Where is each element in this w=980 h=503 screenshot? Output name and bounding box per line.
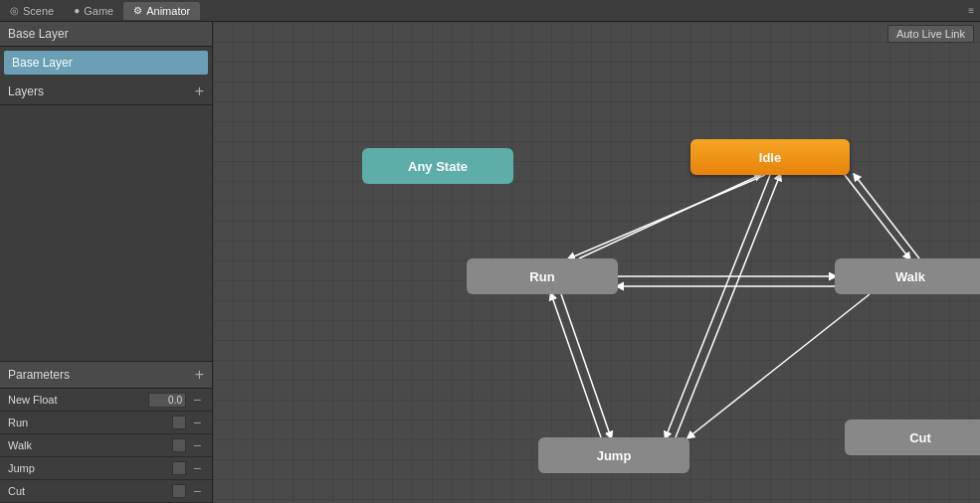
base-layer-label: Base Layer — [12, 56, 73, 70]
param-name-run: Run — [8, 417, 168, 428]
param-checkbox-run[interactable] — [172, 416, 186, 429]
parameters-header: Parameters + — [0, 362, 212, 389]
param-value-new-float[interactable] — [148, 393, 186, 408]
parameters-label: Parameters — [8, 368, 70, 382]
state-walk[interactable]: Walk — [835, 258, 980, 294]
state-jump[interactable]: Jump — [538, 437, 689, 473]
param-remove-jump[interactable]: − — [190, 460, 204, 476]
state-jump-label: Jump — [597, 448, 632, 463]
state-run[interactable]: Run — [467, 258, 618, 294]
param-name-cut: Cut — [8, 485, 168, 497]
param-remove-run[interactable]: − — [190, 415, 204, 430]
state-walk-label: Walk — [895, 269, 925, 284]
state-run-label: Run — [529, 269, 554, 284]
param-checkbox-cut[interactable] — [172, 484, 186, 498]
state-any-state[interactable]: Any State — [362, 148, 513, 184]
param-row-jump: Jump − — [0, 457, 212, 480]
param-name-new-float: New Float — [8, 394, 144, 406]
state-cut-label: Cut — [909, 430, 931, 445]
param-row-new-float: New Float − — [0, 389, 212, 412]
param-remove-new-float[interactable]: − — [190, 392, 204, 408]
left-panel: Base Layer Base Layer Layers + Parameter… — [0, 22, 213, 503]
game-icon: ● — [74, 5, 80, 16]
tab-game-label: Game — [84, 5, 113, 17]
tab-animator[interactable]: ⚙ Animator — [123, 2, 200, 20]
state-idle[interactable]: Idle — [690, 139, 850, 175]
base-layer-item[interactable]: Base Layer — [4, 51, 208, 75]
param-checkbox-walk[interactable] — [172, 438, 186, 452]
param-row-run: Run − — [0, 412, 212, 434]
main-layout: Base Layer Base Layer Layers + Parameter… — [0, 22, 980, 503]
param-remove-walk[interactable]: − — [190, 437, 204, 453]
scene-icon: ◎ — [10, 5, 19, 16]
auto-live-link-button[interactable]: Auto Live Link — [887, 25, 974, 43]
auto-live-link-label: Auto Live Link — [896, 28, 965, 40]
add-parameter-button[interactable]: + — [195, 367, 204, 383]
window-menu-btn[interactable]: ≡ — [962, 2, 980, 19]
breadcrumb-text: Base Layer — [8, 27, 69, 41]
animator-canvas[interactable]: Auto Live Link — [213, 22, 980, 503]
add-layer-button[interactable]: + — [195, 84, 204, 99]
param-name-jump: Jump — [8, 462, 168, 474]
state-any-label: Any State — [408, 159, 468, 174]
breadcrumb: Base Layer — [0, 22, 212, 47]
param-remove-cut[interactable]: − — [190, 483, 204, 499]
animator-icon: ⚙ — [133, 5, 142, 16]
state-idle-label: Idle — [759, 150, 781, 165]
spacer — [0, 105, 212, 361]
param-checkbox-jump[interactable] — [172, 461, 186, 475]
param-row-cut: Cut − — [0, 480, 212, 503]
layers-label: Layers — [8, 84, 44, 98]
tab-animator-label: Animator — [146, 5, 190, 17]
param-row-walk: Walk − — [0, 434, 212, 457]
tab-bar: ◎ Scene ● Game ⚙ Animator ≡ — [0, 0, 980, 22]
param-name-walk: Walk — [8, 439, 168, 451]
parameters-section: Parameters + New Float − Run − Walk − — [0, 361, 212, 503]
tab-scene[interactable]: ◎ Scene — [0, 2, 64, 20]
layers-header: Layers + — [0, 79, 212, 105]
state-cut[interactable]: Cut — [845, 419, 980, 455]
tab-scene-label: Scene — [23, 5, 54, 17]
tab-game[interactable]: ● Game — [64, 2, 123, 20]
